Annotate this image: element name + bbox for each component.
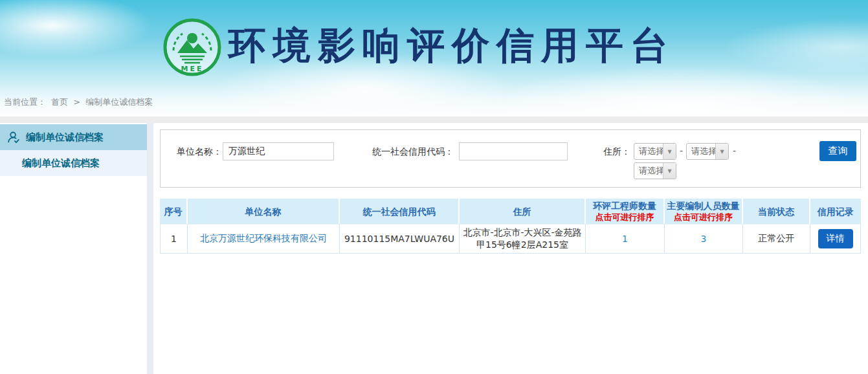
main-panel: 单位名称： 统一社会信用代码： 住所： 请选择 ▼ - 请选择 ▼ - 请选择 …: [160, 123, 861, 374]
credit-code-input[interactable]: [459, 142, 568, 160]
sidebar-subitem-label: 编制单位诚信档案: [22, 157, 100, 170]
breadcrumb: 当前位置： 首页 > 编制单位诚信档案: [4, 96, 155, 108]
page-title: 环境影响评价信用平台: [228, 21, 675, 71]
col-header-index: 序号: [160, 199, 188, 224]
col-header-engineer-count: 环评工程师数量 点击可进行排序: [586, 199, 665, 224]
city-select[interactable]: 请选择 ▼: [686, 143, 729, 160]
city-select-value: 请选择: [687, 144, 715, 159]
cell-status: 正常公开: [743, 224, 810, 254]
col-header-credit-record: 信用记录: [810, 199, 861, 224]
breadcrumb-prefix: 当前位置：: [4, 97, 46, 107]
site-banner: MEE 环境影响评价信用平台 当前位置： 首页 > 编制单位诚信档案: [0, 0, 868, 116]
col-header-staff-count: 主要编制人员数量 点击可进行排序: [665, 199, 743, 224]
engineer-count-link[interactable]: 1: [622, 234, 628, 244]
breadcrumb-current: 编制单位诚信档案: [85, 97, 153, 107]
user-check-icon: [6, 130, 21, 144]
sidebar-item-credit-archive[interactable]: 编制单位诚信档案: [0, 124, 147, 150]
detail-button[interactable]: 详情: [818, 229, 853, 248]
logo-mee-text: MEE: [181, 65, 204, 73]
breadcrumb-home-link[interactable]: 首页: [51, 97, 68, 107]
mee-logo-icon: MEE: [162, 17, 223, 78]
cell-credit-code: 91110115MA7LWUA76U: [340, 224, 460, 254]
cell-index: 1: [160, 224, 188, 254]
search-panel: 单位名称： 统一社会信用代码： 住所： 请选择 ▼ - 请选择 ▼ - 请选择 …: [160, 129, 861, 188]
chevron-down-icon[interactable]: ▼: [715, 144, 728, 159]
unit-name-input[interactable]: [223, 142, 334, 160]
engineer-count-sort-link[interactable]: 点击可进行排序: [587, 212, 662, 223]
cell-address: 北京市-北京市-大兴区-金苑路甲15号6幢2层A215室: [460, 224, 586, 254]
content-area: 编制单位诚信档案 编制单位诚信档案 单位名称： 统一社会信用代码： 住所： 请选…: [0, 123, 868, 374]
address-separator: -: [733, 146, 736, 156]
province-select-value: 请选择: [634, 144, 663, 159]
col-header-status: 当前状态: [743, 199, 810, 224]
results-table: 序号 单位名称 统一社会信用代码 住所 环评工程师数量 点击可进行排序: [160, 199, 861, 254]
table-header-row: 序号 单位名称 统一社会信用代码 住所 环评工程师数量 点击可进行排序: [160, 199, 861, 224]
credit-code-label: 统一社会信用代码：: [372, 142, 454, 160]
district-select-value: 请选择: [634, 163, 663, 179]
sidebar-subitem-credit-archive[interactable]: 编制单位诚信档案: [0, 150, 147, 176]
breadcrumb-separator: >: [73, 97, 80, 107]
province-select[interactable]: 请选择 ▼: [634, 143, 676, 160]
residence-label: 住所：: [603, 142, 630, 160]
district-select[interactable]: 请选择 ▼: [634, 162, 676, 179]
col-header-credit-code: 统一社会信用代码: [340, 199, 460, 224]
chevron-down-icon[interactable]: ▼: [663, 163, 676, 179]
header-divider: [0, 116, 868, 123]
address-separator: -: [680, 146, 683, 156]
sidebar-item-label: 编制单位诚信档案: [26, 131, 104, 144]
unit-name-label: 单位名称：: [177, 142, 222, 160]
chevron-down-icon[interactable]: ▼: [663, 144, 676, 159]
table-row: 1 北京万源世纪环保科技有限公司 91110115MA7LWUA76U 北京市-…: [160, 224, 861, 254]
sidebar-content-divider: [147, 123, 153, 374]
query-button[interactable]: 查询: [819, 141, 856, 161]
sidebar: 编制单位诚信档案 编制单位诚信档案: [0, 123, 147, 374]
staff-count-sort-link[interactable]: 点击可进行排序: [666, 212, 740, 223]
staff-count-link[interactable]: 3: [701, 234, 707, 244]
col-header-address: 住所: [460, 199, 586, 224]
col-header-unit-name: 单位名称: [188, 199, 340, 224]
unit-name-link[interactable]: 北京万源世纪环保科技有限公司: [200, 233, 327, 243]
